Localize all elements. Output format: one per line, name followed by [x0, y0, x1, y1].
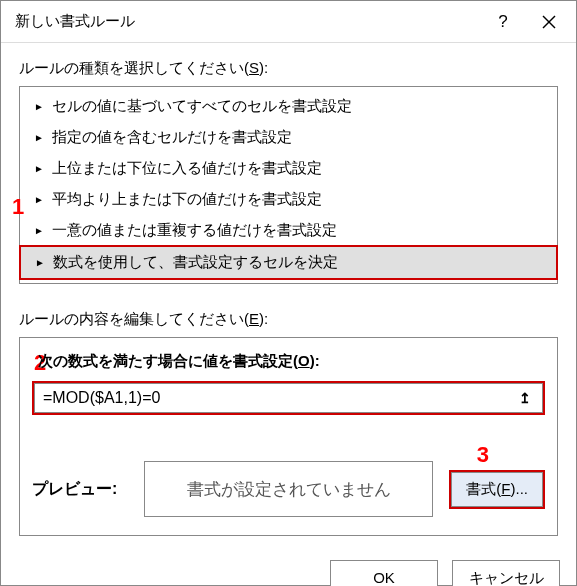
rule-type-text: セルの値に基づいてすべてのセルを書式設定 [52, 97, 352, 116]
bullet-icon: ► [34, 226, 44, 236]
label-text: ): [259, 310, 268, 327]
bullet-icon: ► [34, 164, 44, 174]
accelerator-key: F [501, 480, 510, 497]
format-button-highlight: 書式(F)... [449, 470, 545, 509]
rule-type-text: 平均より上または下の値だけを書式設定 [52, 190, 322, 209]
ok-button[interactable]: OK [330, 560, 438, 586]
accelerator-key: S [249, 59, 259, 76]
rule-type-item[interactable]: ► 指定の値を含むセルだけを書式設定 [20, 122, 557, 153]
format-button[interactable]: 書式(F)... [451, 472, 543, 507]
rule-type-item[interactable]: ► 一意の値または重複する値だけを書式設定 [20, 215, 557, 246]
rule-type-list[interactable]: ► セルの値に基づいてすべてのセルを書式設定 ► 指定の値を含むセルだけを書式設… [19, 86, 558, 284]
rule-edit-section: ルールの内容を編集してください(E): 2 次の数式を満たす場合に値を書式設定(… [19, 310, 558, 536]
rule-edit-label: ルールの内容を編集してください(E): [19, 310, 558, 329]
label-text: ルールの種類を選択してください( [19, 59, 249, 76]
close-button[interactable] [526, 1, 572, 43]
button-text: 書式( [466, 480, 501, 497]
preview-row: プレビュー: 書式が設定されていません 3 書式(F)... [32, 461, 545, 517]
collapse-dialog-icon: ↥ [519, 390, 531, 406]
rule-edit-body: 2 次の数式を満たす場合に値を書式設定(O): ↥ プレビュー: 書式が [19, 337, 558, 536]
format-button-wrap: 3 書式(F)... [449, 470, 545, 509]
bullet-icon: ► [34, 133, 44, 143]
dialog-button-row: OK キャンセル [1, 548, 576, 586]
accelerator-key: O [298, 352, 310, 369]
bullet-icon: ► [35, 258, 45, 268]
annotation-marker-3: 3 [477, 442, 489, 468]
formula-label: 次の数式を満たす場合に値を書式設定(O): [32, 352, 545, 371]
rule-type-text: 上位または下位に入る値だけを書式設定 [52, 159, 322, 178]
close-icon [542, 15, 556, 29]
rule-type-text: 一意の値または重複する値だけを書式設定 [52, 221, 337, 240]
label-text: ): [310, 352, 320, 369]
formula-field-highlight: ↥ [32, 381, 545, 415]
rule-type-item-selected[interactable]: ► 数式を使用して、書式設定するセルを決定 [19, 245, 558, 280]
rule-type-label: ルールの種類を選択してください(S): [19, 59, 558, 78]
formula-input[interactable] [41, 388, 514, 408]
bullet-icon: ► [34, 195, 44, 205]
cancel-button[interactable]: キャンセル [452, 560, 560, 586]
preview-label: プレビュー: [32, 479, 128, 500]
label-text: ): [259, 59, 268, 76]
new-formatting-rule-dialog: 新しい書式ルール ? ルールの種類を選択してください(S): ► セルの値に基づ… [0, 0, 577, 586]
dialog-title: 新しい書式ルール [15, 12, 480, 31]
button-text: )... [511, 480, 529, 497]
formula-field: ↥ [34, 383, 543, 413]
label-text: 次の数式を満たす場合に値を書式設定( [38, 352, 298, 369]
rule-type-text: 数式を使用して、書式設定するセルを決定 [53, 253, 338, 272]
bullet-icon: ► [34, 102, 44, 112]
rule-type-item[interactable]: ► セルの値に基づいてすべてのセルを書式設定 [20, 91, 557, 122]
rule-type-item[interactable]: ► 上位または下位に入る値だけを書式設定 [20, 153, 557, 184]
titlebar: 新しい書式ルール ? [1, 1, 576, 43]
dialog-content: ルールの種類を選択してください(S): ► セルの値に基づいてすべてのセルを書式… [1, 43, 576, 548]
rule-type-item[interactable]: ► 平均より上または下の値だけを書式設定 [20, 184, 557, 215]
accelerator-key: E [249, 310, 259, 327]
label-text: ルールの内容を編集してください( [19, 310, 249, 327]
preview-text: 書式が設定されていません [187, 478, 391, 501]
help-button[interactable]: ? [480, 1, 526, 43]
range-select-button[interactable]: ↥ [514, 388, 536, 408]
rule-type-text: 指定の値を含むセルだけを書式設定 [52, 128, 292, 147]
annotation-marker-1: 1 [12, 194, 24, 220]
preview-box: 書式が設定されていません [144, 461, 433, 517]
